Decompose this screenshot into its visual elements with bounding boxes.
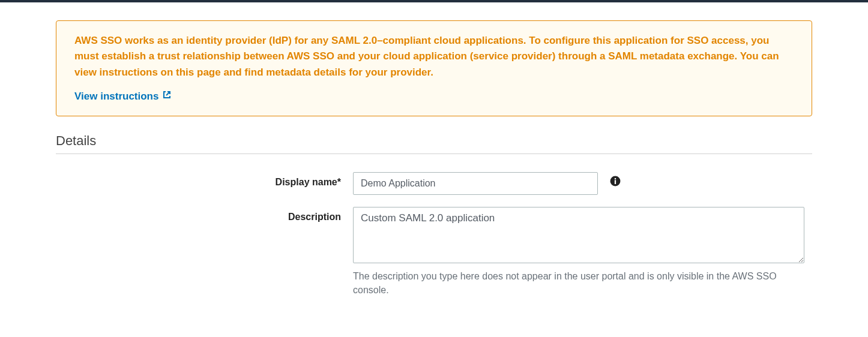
view-instructions-link[interactable]: View instructions [74, 90, 172, 103]
info-icon[interactable] [610, 172, 621, 189]
description-label: Description [56, 207, 353, 222]
svg-rect-1 [615, 180, 616, 184]
view-instructions-label: View instructions [74, 91, 158, 103]
main-container: AWS SSO works as an identity provider (I… [56, 2, 812, 333]
form-row-description: Description The description you type her… [56, 207, 812, 297]
form-row-display-name: Display name* [56, 172, 812, 195]
display-name-label: Display name* [56, 172, 353, 188]
info-alert-text: AWS SSO works as an identity provider (I… [74, 33, 794, 80]
info-alert-box: AWS SSO works as an identity provider (I… [56, 20, 812, 116]
section-title-details: Details [56, 133, 812, 154]
display-name-input[interactable] [353, 172, 598, 195]
description-textarea[interactable] [353, 207, 804, 263]
description-help-text: The description you type here does not a… [353, 269, 804, 297]
svg-rect-2 [615, 178, 616, 179]
external-link-icon [162, 90, 172, 103]
